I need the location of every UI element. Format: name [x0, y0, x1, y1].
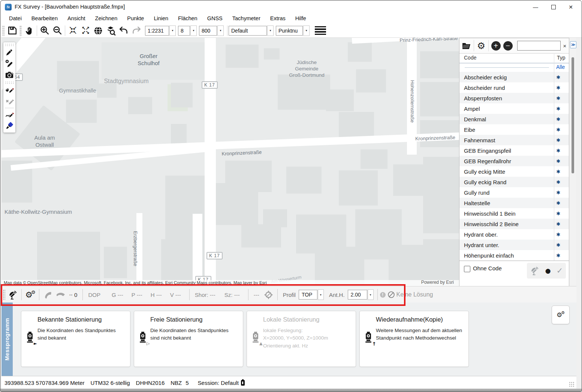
toolbar-grip[interactable] [19, 25, 22, 36]
code-list-item[interactable]: Gully eckig Rand ✱ [459, 177, 569, 187]
menu-item[interactable]: Hilfe [290, 14, 311, 22]
add-point-button[interactable] [3, 58, 15, 69]
bar-grip[interactable] [3, 289, 5, 300]
menu-item[interactable]: Linien [149, 14, 173, 22]
column-code[interactable]: Code [464, 55, 476, 61]
profil-dropdown-arrow[interactable]: ▾ [318, 289, 324, 300]
text-size-combobox[interactable]: 800 [199, 26, 217, 36]
highlighter-button[interactable] [3, 120, 15, 131]
zoom-in-button[interactable] [38, 25, 51, 37]
list-menu-button[interactable] [315, 26, 326, 35]
label-mode-dropdown-arrow[interactable]: ▾ [303, 25, 310, 36]
code-list-item[interactable]: Gully rund ✱ [459, 187, 569, 198]
minimize-button[interactable]: — [527, 1, 544, 13]
code-list-item[interactable]: Gully eckig Mitte ✱ [459, 166, 569, 177]
code-list-item[interactable]: Ampel ✱ [459, 103, 569, 114]
text-size-dropdown-arrow[interactable]: ▾ [217, 25, 224, 36]
card-freie-stationierung[interactable]: Freie Stationierung Die Koordinaten des … [134, 311, 243, 367]
code-list-item[interactable]: Absperrpfosten ✱ [459, 93, 569, 103]
move-point-draw-button[interactable] [3, 85, 15, 96]
code-list-item[interactable]: Hinweisschild 1 Bein ✱ [459, 208, 569, 219]
pan-button[interactable] [23, 25, 36, 37]
menu-item[interactable]: Ansicht [63, 14, 90, 22]
card-wiederaufnahme[interactable]: Wiederaufnahme(Kopie) Weitere Messungen … [359, 311, 469, 367]
record-point-icon[interactable]: ● [545, 267, 551, 274]
close-button[interactable]: ✕ [562, 1, 579, 13]
map-canvas[interactable]: Großer Schulhof Stadtgymnasium Gymnastik… [1, 38, 459, 286]
code-list-item[interactable]: Denkmal ✱ [459, 114, 569, 124]
edit-point-button[interactable] [3, 47, 15, 58]
resize-grip[interactable] [569, 382, 574, 387]
menu-item[interactable]: Tachymeter [227, 14, 265, 22]
crs-value[interactable]: UTM32 6-stellig [91, 380, 130, 386]
messprogramm-settings-button[interactable]: ⚙⚙ [552, 306, 570, 324]
code-list-item[interactable]: Abscheider rund ✱ [459, 82, 569, 93]
anth-dropdown-arrow[interactable]: ▾ [368, 289, 374, 300]
draw-line-button[interactable] [3, 109, 15, 120]
toolbar-grip[interactable] [2, 25, 4, 36]
remove-code-button[interactable]: − [501, 39, 515, 52]
column-typ[interactable]: Typ [557, 55, 566, 61]
gnss-settings-button[interactable]: ⚙⚙ [24, 289, 37, 301]
menu-item[interactable]: Datei [4, 14, 27, 22]
code-list-item[interactable]: Haltestelle ✱ [459, 198, 569, 208]
undo-button[interactable] [117, 25, 130, 37]
scale-combobox[interactable]: 1:2231 [145, 26, 169, 36]
photo-button[interactable] [3, 69, 15, 80]
maximize-button[interactable] [545, 1, 562, 13]
card-title: Wiederaufnahme(Kopie) [376, 316, 443, 323]
codelist-settings-button[interactable]: ⚙ [474, 39, 488, 52]
card-bekannte-stationierung[interactable]: Bekannte Stationierung Die Koordinaten d… [21, 311, 130, 367]
code-list-item[interactable]: Fahnenmast ✱ [459, 135, 569, 145]
redo-button[interactable] [130, 25, 143, 37]
zoom-selection-button[interactable]: ↘↙ ↗↖ [66, 25, 79, 37]
code-list-item[interactable]: GEB Regenfallrohr ✱ [459, 156, 569, 166]
zoom-extents-button[interactable]: ↖↗ ↙↘ [79, 25, 92, 37]
session-label[interactable]: Session: Default [198, 380, 239, 386]
delete-point-draw-button[interactable] [3, 96, 15, 107]
gnss-button[interactable] [6, 289, 19, 301]
code-list-item[interactable]: Höhenpunkt einfach ✱ [459, 250, 569, 261]
menu-item[interactable]: Extras [265, 14, 290, 22]
menu-item[interactable]: Bearbeiten [27, 14, 63, 22]
connect-button[interactable] [42, 289, 54, 301]
ohne-code-checkbox[interactable] [464, 266, 470, 272]
code-list-item[interactable]: GEB Eingangspfeil ✱ [459, 145, 569, 156]
open-codelist-button[interactable] [459, 39, 474, 52]
point-size-dropdown-arrow[interactable]: ▾ [190, 25, 197, 36]
menu-item[interactable]: GNSS [202, 14, 227, 22]
label-mode-combobox[interactable]: Punktnu [276, 26, 303, 36]
style-dropdown-arrow[interactable]: ▾ [267, 25, 274, 36]
messprogramm-tab[interactable]: Messprogramm [1, 303, 13, 376]
anth-combobox[interactable]: 2.00 [348, 290, 367, 300]
building [264, 48, 280, 60]
style-combobox[interactable]: Default [229, 26, 267, 36]
code-list-item[interactable]: Hinweisschild 2 Beine ✱ [459, 219, 569, 229]
menu-item[interactable]: Zeichnen [90, 14, 123, 22]
profil-combobox[interactable]: TOP [299, 290, 317, 300]
scale-dropdown-arrow[interactable]: ▾ [169, 25, 176, 36]
zoom-out-button[interactable] [51, 25, 64, 37]
palette-grip[interactable] [5, 43, 14, 46]
code-list-item[interactable]: Hydrant ober. ✱ [459, 229, 569, 240]
disconnect-button[interactable] [54, 289, 67, 301]
point-size-combobox[interactable]: 8 [178, 26, 190, 36]
palette-grip[interactable] [5, 81, 14, 84]
menu-item[interactable]: Flächen [173, 14, 202, 22]
world-view-button[interactable] [92, 25, 105, 37]
save-button[interactable] [6, 25, 18, 37]
code-search-input[interactable] [517, 41, 561, 51]
panel-scrollbar-thumb[interactable] [572, 57, 574, 173]
code-list-item[interactable]: Abscheider eckig ✱ [459, 72, 569, 82]
code-list-item[interactable]: Eibe ✱ [459, 124, 569, 135]
code-list-item[interactable]: Hydrant unter. ✱ [459, 240, 569, 250]
confirm-icon[interactable]: ✓ [557, 266, 563, 275]
datum-value[interactable]: DHHN2016 [136, 380, 165, 386]
zoom-layer-button[interactable] [105, 25, 117, 37]
target-button[interactable] [262, 289, 275, 301]
gnss-antenna-icon[interactable] [530, 266, 540, 276]
menu-item[interactable]: Punkte [122, 14, 149, 22]
clear-search-button[interactable]: × [561, 41, 569, 50]
type-filter-all-link[interactable]: Alle [556, 64, 565, 70]
collapse-panel-button[interactable]: ≫ [570, 41, 576, 48]
